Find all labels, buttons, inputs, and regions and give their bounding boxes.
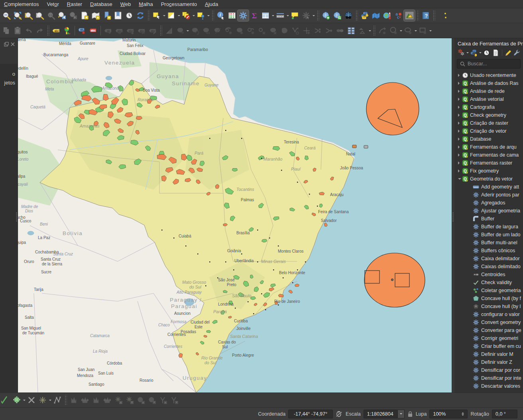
- history-clock-icon[interactable]: [482, 48, 491, 57]
- ellipse-shape-dropdown-icon[interactable]: [414, 25, 417, 36]
- models-dropdown-icon[interactable]: [466, 48, 469, 57]
- toolbar-grip[interactable]: [147, 10, 150, 21]
- tree-item[interactable]: QFix geometry: [454, 167, 523, 175]
- chevron-right-icon[interactable]: [457, 90, 462, 93]
- statistical-summary-icon[interactable]: Σ: [249, 10, 260, 21]
- tree-item[interactable]: QAnálise vetorial: [454, 95, 523, 103]
- chevron-right-icon[interactable]: [457, 98, 462, 101]
- measure-icon[interactable]: [275, 10, 286, 21]
- measure-dropdown-icon[interactable]: [286, 10, 289, 21]
- models-icon[interactable]: [457, 48, 465, 57]
- tree-item[interactable]: Densificar por inte: [454, 374, 523, 382]
- tree-item[interactable]: QCheck geometry: [454, 111, 523, 119]
- deselect-all-icon[interactable]: [181, 10, 192, 21]
- climate-globe-icon[interactable]: [381, 10, 393, 21]
- edit-in-place-icon[interactable]: [504, 48, 513, 57]
- help-contents-icon[interactable]: ?: [420, 10, 431, 21]
- label-pin-blue-icon[interactable]: ab: [77, 25, 88, 36]
- tree-item[interactable]: Convert geometry: [454, 318, 523, 326]
- tree-item[interactable]: QCriação de vetor: [454, 127, 523, 135]
- tree-item[interactable]: Aderir pontos par: [454, 191, 523, 199]
- digitize-shape-dropdown-icon[interactable]: [22, 394, 26, 406]
- search-input[interactable]: [468, 61, 515, 67]
- check-partial-icon[interactable]: [0, 394, 11, 406]
- toolbar-grip[interactable]: [47, 26, 49, 36]
- tree-item[interactable]: Buffer de largura: [454, 223, 523, 231]
- label-pin-red-icon[interactable]: abc: [88, 25, 99, 36]
- new-map-view-icon[interactable]: [79, 10, 90, 21]
- python-console-icon[interactable]: [359, 10, 370, 21]
- tree-item[interactable]: Converter para ge: [454, 326, 523, 334]
- digitize-shape-icon[interactable]: [11, 394, 22, 406]
- tree-item[interactable]: Definir valor M: [454, 350, 523, 358]
- rectangle-shape-dropdown-icon[interactable]: [429, 25, 432, 36]
- toolbar-grip[interactable]: [317, 10, 319, 21]
- select-by-location-icon[interactable]: [195, 10, 206, 21]
- tree-item[interactable]: Caixas delimitado: [454, 263, 523, 271]
- tree-item[interactable]: QFerramentas raster: [454, 159, 523, 167]
- options-wrench-icon[interactable]: [513, 48, 521, 57]
- tree-item[interactable]: QAnálise de rede: [454, 87, 523, 95]
- move-feature-dropdown-icon[interactable]: [186, 25, 189, 36]
- tree-item[interactable]: Centroides: [454, 271, 523, 279]
- menu-web[interactable]: Web: [116, 1, 135, 8]
- python-small-dropdown-icon[interactable]: [478, 48, 482, 57]
- menu-raster[interactable]: Raster: [63, 1, 86, 8]
- profile-tool-icon[interactable]: [404, 10, 415, 21]
- chevron-right-icon[interactable]: [457, 153, 462, 157]
- zoom-selection-icon[interactable]: [34, 10, 45, 21]
- tree-item[interactable]: Densificar por cor: [454, 366, 523, 374]
- tree-item[interactable]: QGeometria do vetor: [454, 175, 523, 183]
- align-features-dropdown-icon[interactable]: [368, 25, 372, 36]
- rotation-value[interactable]: 0,0 °: [492, 410, 517, 418]
- chevron-right-icon[interactable]: [457, 130, 462, 133]
- cancel-x-icon[interactable]: [26, 394, 37, 406]
- tree-item[interactable]: Definir valor Z: [454, 358, 523, 366]
- map-tips-icon[interactable]: [289, 10, 301, 21]
- metasearch-new-icon[interactable]: [320, 10, 332, 21]
- attribute-table-icon[interactable]: [260, 10, 271, 21]
- geocoding-icon[interactable]: ac: [393, 10, 404, 21]
- toolbar-grip[interactable]: [355, 10, 358, 21]
- magnifier-spinbox[interactable]: 100%: [429, 410, 468, 418]
- layouts-grid-icon[interactable]: [346, 25, 357, 36]
- tree-item[interactable]: Concave hull (by l: [454, 302, 523, 310]
- tree-item[interactable]: QDatabase: [454, 135, 523, 143]
- tree-item[interactable]: Corrigir geometri: [454, 334, 523, 342]
- vertex-cross-icon[interactable]: [37, 394, 48, 406]
- tree-item[interactable]: Add geometry att: [454, 183, 523, 191]
- chevron-right-icon[interactable]: [457, 169, 462, 173]
- select-rectangle-icon[interactable]: [151, 10, 162, 21]
- tree-item[interactable]: QFerramentas de cama: [454, 151, 523, 159]
- toolbar-grip[interactable]: [433, 10, 435, 21]
- identify-features-icon[interactable]: i: [215, 10, 226, 21]
- chevron-right-icon[interactable]: [457, 82, 462, 85]
- search-box[interactable]: [457, 59, 521, 69]
- menu-vetor[interactable]: Vetor: [43, 1, 63, 8]
- lock-scale-icon[interactable]: [407, 411, 413, 417]
- tree-item[interactable]: Buffer de um lado: [454, 231, 523, 239]
- show-bookmarks-icon[interactable]: [112, 10, 124, 21]
- toolbar-grip[interactable]: [416, 10, 419, 21]
- toolbar-grip[interactable]: [373, 26, 376, 36]
- menu-processamento[interactable]: Processamento: [157, 1, 201, 8]
- tree-item[interactable]: Buffers cônicos: [454, 247, 523, 255]
- tree-item[interactable]: Concave hull (by f: [454, 294, 523, 302]
- chevron-right-icon[interactable]: [457, 122, 462, 125]
- python-small-icon[interactable]: [470, 48, 478, 57]
- mouse-tracking-icon[interactable]: [336, 411, 343, 417]
- vertex-cross-dropdown-icon[interactable]: [48, 394, 52, 406]
- layer-diagram-icon[interactable]: [62, 25, 73, 36]
- tree-item[interactable]: Check validity: [454, 279, 523, 287]
- select-by-location-dropdown-icon[interactable]: [206, 10, 210, 21]
- tree-item[interactable]: Buffer multi-anel: [454, 239, 523, 247]
- new-3d-map-view-icon[interactable]: [90, 10, 101, 21]
- osm-place-search-icon[interactable]: [343, 10, 354, 21]
- processing-toolbox-icon[interactable]: [238, 10, 249, 21]
- attribute-table-dropdown-icon[interactable]: [271, 10, 275, 21]
- tree-item[interactable]: QCriação de raster: [454, 119, 523, 127]
- toolbar-grip[interactable]: [64, 395, 67, 405]
- edge-partial-icon[interactable]: [436, 10, 448, 21]
- menu-complementos[interactable]: Complementos: [0, 1, 43, 8]
- tree-item[interactable]: Ajustar geometria: [454, 207, 523, 215]
